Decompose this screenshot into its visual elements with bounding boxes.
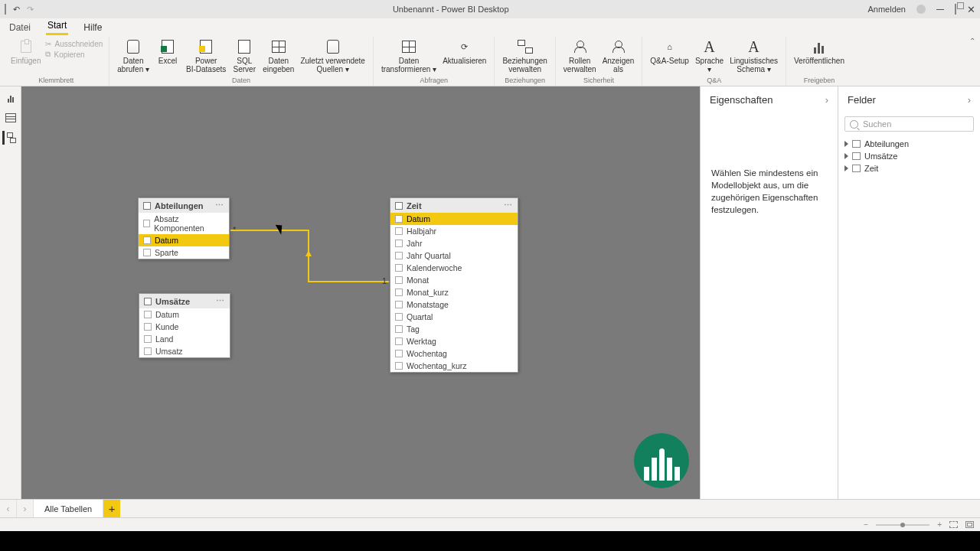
- table-umsaetze[interactable]: Umsätze⋯ Datum Kunde Land Umsatz: [139, 293, 230, 358]
- avatar-icon[interactable]: [916, 5, 926, 14]
- relationship-line[interactable]: [308, 281, 389, 282]
- zoom-slider[interactable]: [876, 524, 929, 526]
- layout-tabstrip: ‹ › Alle Tabellen +: [0, 499, 980, 517]
- enter-data-button[interactable]: Daten eingeben: [260, 37, 297, 75]
- relationship-line[interactable]: [230, 230, 309, 231]
- properties-title: Eigenschaften: [710, 94, 773, 106]
- field-row[interactable]: Tag: [390, 323, 518, 335]
- redo-icon[interactable]: ↷: [27, 5, 34, 15]
- fit-to-page-button[interactable]: [949, 521, 958, 528]
- excel-button[interactable]: Excel: [152, 37, 183, 67]
- table-zeit[interactable]: Zeit⋯ Datum Halbjahr Jahr Jahr Quartal K…: [390, 197, 518, 373]
- table-icon: [852, 140, 861, 148]
- field-row[interactable]: Datum: [139, 234, 229, 246]
- field-row[interactable]: Wochentag_kurz: [390, 360, 518, 372]
- field-row[interactable]: Quartal: [390, 311, 518, 323]
- field-row[interactable]: Kalenderwoche: [390, 262, 518, 274]
- close-button[interactable]: ✕: [967, 4, 975, 15]
- model-icon: [7, 132, 16, 143]
- scissors-icon: ✂: [45, 40, 51, 48]
- tab-next-button[interactable]: ›: [17, 500, 34, 517]
- publish-button[interactable]: Veröffentlichen: [791, 37, 848, 67]
- sql-button[interactable]: SQL Server: [229, 37, 260, 75]
- collapse-pane-icon[interactable]: ›: [968, 94, 971, 106]
- table-menu-icon[interactable]: ⋯: [504, 201, 513, 210]
- save-icon[interactable]: [5, 5, 6, 14]
- field-row[interactable]: Land: [139, 333, 230, 345]
- roles-button[interactable]: Rollen verwalten: [560, 37, 599, 75]
- transform-button[interactable]: Daten transformieren ▾: [378, 37, 439, 75]
- collapse-pane-icon[interactable]: ›: [825, 94, 828, 106]
- linguistic-schema-button[interactable]: ALinguistisches Schema ▾: [727, 37, 781, 75]
- publish-icon: [814, 40, 824, 54]
- person-icon: [573, 41, 586, 53]
- table-title: Zeit: [407, 201, 422, 210]
- qa-setup-button[interactable]: ⌂Q&A-Setup: [647, 37, 692, 67]
- get-data-button[interactable]: Daten abrufen ▾: [114, 37, 152, 75]
- group-clipboard-label: Klemmbrett: [38, 76, 74, 86]
- cardinality-one: 1: [382, 276, 387, 285]
- field-row[interactable]: Monat: [390, 274, 518, 286]
- powerbi-icon: [200, 40, 212, 54]
- chevron-down-icon: ▾: [433, 65, 436, 73]
- fields-title: Felder: [848, 94, 876, 106]
- fields-table-row[interactable]: Abteilungen: [843, 138, 975, 150]
- table-abteilungen[interactable]: Abteilungen⋯ Absatz Komponenten Datum Sp…: [138, 197, 230, 259]
- maximize-button[interactable]: [955, 5, 956, 14]
- zoom-in-button[interactable]: +: [937, 520, 942, 529]
- fields-search[interactable]: Suchen: [844, 116, 974, 132]
- cut-button[interactable]: ✂Ausschneiden: [45, 40, 103, 48]
- tab-prev-button[interactable]: ‹: [0, 500, 17, 517]
- fields-table-row[interactable]: Umsätze: [843, 150, 975, 162]
- field-icon: [395, 313, 403, 321]
- manage-relationships-button[interactable]: Beziehungen verwalten: [499, 37, 550, 75]
- signin-link[interactable]: Anmelden: [867, 5, 906, 14]
- field-row[interactable]: Wochentag: [390, 347, 518, 360]
- undo-icon[interactable]: ↶: [13, 5, 20, 15]
- field-row[interactable]: Monatstage: [390, 298, 518, 311]
- ribbon: ⌃ Einfügen ✂Ausschneiden ⧉Kopieren Klemm…: [0, 35, 980, 86]
- paste-button[interactable]: Einfügen: [8, 37, 44, 67]
- collapse-ribbon-icon[interactable]: ⌃: [969, 37, 975, 45]
- layout-tab[interactable]: Alle Tabellen: [34, 500, 103, 517]
- table-menu-icon[interactable]: ⋯: [216, 296, 225, 306]
- field-row[interactable]: Sparte: [139, 246, 229, 259]
- field-row[interactable]: Datum: [139, 308, 230, 321]
- language-button[interactable]: ASprache ▾: [692, 37, 727, 75]
- report-view-button[interactable]: [4, 91, 18, 105]
- actual-size-button[interactable]: [965, 521, 974, 528]
- model-canvas[interactable]: Abteilungen⋯ Absatz Komponenten Datum Sp…: [21, 86, 700, 499]
- field-icon: [395, 350, 403, 357]
- copy-button[interactable]: ⧉Kopieren: [45, 50, 103, 59]
- field-row[interactable]: Jahr: [390, 237, 518, 249]
- field-row[interactable]: Kunde: [139, 321, 230, 333]
- pbi-datasets-button[interactable]: Power BI-Datasets: [183, 37, 229, 75]
- table-icon: [852, 152, 861, 160]
- field-row[interactable]: Datum: [390, 213, 518, 225]
- field-row[interactable]: Werktag: [390, 335, 518, 347]
- add-layout-button[interactable]: +: [103, 500, 120, 517]
- field-row[interactable]: Monat_kurz: [390, 286, 518, 298]
- recent-sources-button[interactable]: Zuletzt verwendete Quellen ▾: [297, 37, 368, 75]
- table-menu-icon[interactable]: ⋯: [215, 201, 224, 210]
- table-icon: [395, 202, 403, 210]
- view-as-button[interactable]: Anzeigen als: [599, 37, 638, 75]
- menu-help[interactable]: Hilfe: [82, 20, 103, 35]
- data-view-button[interactable]: [4, 111, 18, 125]
- menu-file[interactable]: Datei: [8, 20, 32, 35]
- fields-table-row[interactable]: Zeit: [843, 162, 975, 174]
- field-row[interactable]: Absatz Komponenten: [139, 213, 229, 234]
- field-row[interactable]: Umsatz: [139, 345, 230, 357]
- refresh-button[interactable]: ⟳Aktualisieren: [439, 37, 489, 67]
- field-row[interactable]: Halbjahr: [390, 225, 518, 237]
- zoom-out-button[interactable]: −: [864, 520, 868, 529]
- field-icon: [144, 347, 152, 355]
- menu-start[interactable]: Start: [46, 18, 68, 35]
- model-view-button[interactable]: [2, 131, 16, 145]
- cardinality-many: *: [233, 225, 236, 234]
- field-row[interactable]: Jahr Quartal: [390, 249, 518, 262]
- group-qa-label: Q&A: [707, 76, 721, 86]
- titlebar: ↶ ↷ Unbenannt - Power BI Desktop Anmelde…: [0, 0, 980, 18]
- field-icon: [143, 220, 150, 227]
- minimize-button[interactable]: [936, 9, 944, 10]
